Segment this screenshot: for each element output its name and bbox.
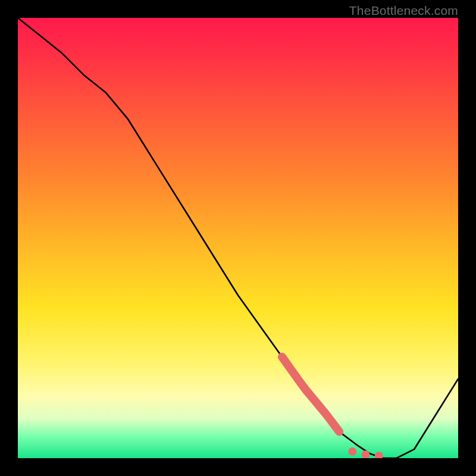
plot-area — [18, 18, 458, 458]
attribution-text: TheBottleneck.com — [349, 4, 458, 18]
valley-dot — [362, 450, 370, 458]
valley-dot — [375, 452, 383, 458]
valley-dots — [348, 447, 383, 458]
curve-svg — [18, 18, 458, 458]
valley-dot — [348, 447, 356, 456]
highlight-segment — [282, 357, 339, 432]
chart-frame: TheBottleneck.com — [0, 0, 476, 476]
bottleneck-curve — [18, 18, 458, 458]
